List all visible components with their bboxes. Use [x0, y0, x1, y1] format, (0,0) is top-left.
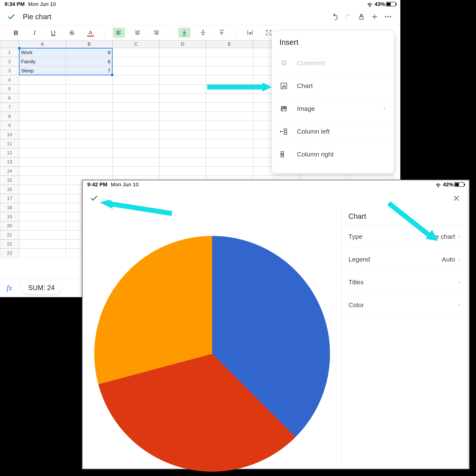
cell[interactable]	[19, 212, 66, 221]
cell[interactable]	[66, 75, 113, 85]
more-button[interactable]	[381, 10, 395, 23]
cell[interactable]	[113, 139, 159, 148]
cell[interactable]	[113, 57, 159, 66]
valign-middle-button[interactable]	[197, 28, 209, 38]
chart-option-legend[interactable]: LegendAuto	[342, 248, 469, 271]
row-header[interactable]: 7	[0, 103, 19, 112]
cell[interactable]	[19, 176, 66, 185]
cell[interactable]	[206, 148, 253, 157]
cell[interactable]	[19, 85, 66, 94]
align-right-button[interactable]	[150, 28, 162, 38]
cell[interactable]	[66, 112, 113, 121]
row-header[interactable]: 18	[0, 203, 19, 212]
row-header[interactable]: 2	[0, 57, 19, 66]
cell[interactable]	[113, 103, 159, 112]
row-header[interactable]: 4	[0, 75, 19, 85]
cell[interactable]	[159, 167, 206, 176]
cell[interactable]	[206, 57, 253, 66]
insert-item-image[interactable]: Image	[272, 97, 394, 120]
cell[interactable]	[206, 167, 253, 176]
done-button[interactable]	[6, 11, 17, 22]
cell[interactable]	[19, 94, 66, 103]
row-header[interactable]: 19	[0, 212, 19, 221]
cell[interactable]	[159, 121, 206, 130]
row-header[interactable]: 14	[0, 167, 19, 176]
cell[interactable]	[159, 130, 206, 139]
sum-chip[interactable]: SUM: 24	[22, 281, 61, 294]
cell[interactable]	[19, 239, 66, 249]
cell[interactable]	[19, 249, 66, 258]
cell[interactable]	[19, 157, 66, 167]
row-header[interactable]: 8	[0, 112, 19, 121]
cell[interactable]	[159, 48, 206, 57]
cell[interactable]: Family	[19, 57, 66, 66]
column-header[interactable]: D	[159, 40, 206, 48]
row-header[interactable]: 20	[0, 221, 19, 230]
cell[interactable]	[206, 66, 253, 75]
cell[interactable]	[159, 75, 206, 85]
column-header[interactable]: A	[19, 40, 66, 48]
chart-option-color[interactable]: Color	[342, 294, 469, 317]
accept-chart-button[interactable]	[88, 193, 100, 204]
cell[interactable]	[113, 66, 159, 75]
strikethrough-button[interactable]: S	[66, 28, 78, 38]
cell[interactable]	[19, 121, 66, 130]
cell[interactable]	[66, 103, 113, 112]
cell[interactable]: 9	[66, 48, 113, 57]
cell[interactable]	[19, 185, 66, 194]
chart-option-titles[interactable]: Titles	[342, 271, 469, 294]
cell[interactable]	[113, 48, 159, 57]
text-color-button[interactable]: A	[85, 28, 97, 38]
row-header[interactable]: 1	[0, 48, 19, 57]
cell[interactable]	[66, 167, 113, 176]
cell[interactable]: Work	[19, 48, 66, 57]
row-header[interactable]: 12	[0, 148, 19, 157]
insert-item-chart[interactable]: Chart	[272, 74, 394, 97]
cell[interactable]	[159, 94, 206, 103]
cell[interactable]	[19, 75, 66, 85]
cell[interactable]	[19, 139, 66, 148]
cell[interactable]: 7	[66, 66, 113, 75]
italic-button[interactable]: I	[29, 28, 41, 38]
row-header[interactable]: 22	[0, 239, 19, 249]
cell[interactable]	[113, 167, 159, 176]
align-center-button[interactable]	[131, 28, 144, 38]
cell[interactable]: 8	[66, 57, 113, 66]
cell[interactable]	[113, 75, 159, 85]
cell[interactable]	[19, 130, 66, 139]
row-header[interactable]: 11	[0, 139, 19, 148]
cell[interactable]	[66, 94, 113, 103]
cell[interactable]	[159, 148, 206, 157]
cell[interactable]	[19, 203, 66, 212]
cell[interactable]	[66, 139, 113, 148]
cell[interactable]: Sleep	[19, 66, 66, 75]
undo-button[interactable]	[328, 10, 341, 23]
cell[interactable]	[206, 94, 253, 103]
cell[interactable]	[206, 121, 253, 130]
cell[interactable]	[206, 103, 253, 112]
cell[interactable]	[19, 230, 66, 239]
row-header[interactable]: 3	[0, 66, 19, 75]
column-header[interactable]: B	[66, 40, 113, 48]
corner-cell[interactable]	[0, 40, 19, 48]
cell[interactable]	[66, 157, 113, 167]
row-header[interactable]: 6	[0, 94, 19, 103]
cell[interactable]	[159, 66, 206, 75]
document-title[interactable]: Pie chart	[23, 13, 51, 21]
row-header[interactable]: 17	[0, 194, 19, 203]
cell[interactable]	[113, 130, 159, 139]
cell[interactable]	[66, 85, 113, 94]
cell[interactable]	[206, 130, 253, 139]
cell[interactable]	[66, 148, 113, 157]
cell[interactable]	[19, 112, 66, 121]
cell[interactable]	[206, 157, 253, 167]
fx-button[interactable]: fx	[0, 278, 19, 297]
cell[interactable]	[159, 57, 206, 66]
underline-button[interactable]: U	[47, 28, 59, 38]
row-header[interactable]: 5	[0, 85, 19, 94]
row-header[interactable]: 23	[0, 249, 19, 258]
cell[interactable]	[66, 121, 113, 130]
insert-button[interactable]	[368, 10, 381, 23]
valign-bottom-button[interactable]	[178, 28, 190, 38]
cell[interactable]	[159, 157, 206, 167]
